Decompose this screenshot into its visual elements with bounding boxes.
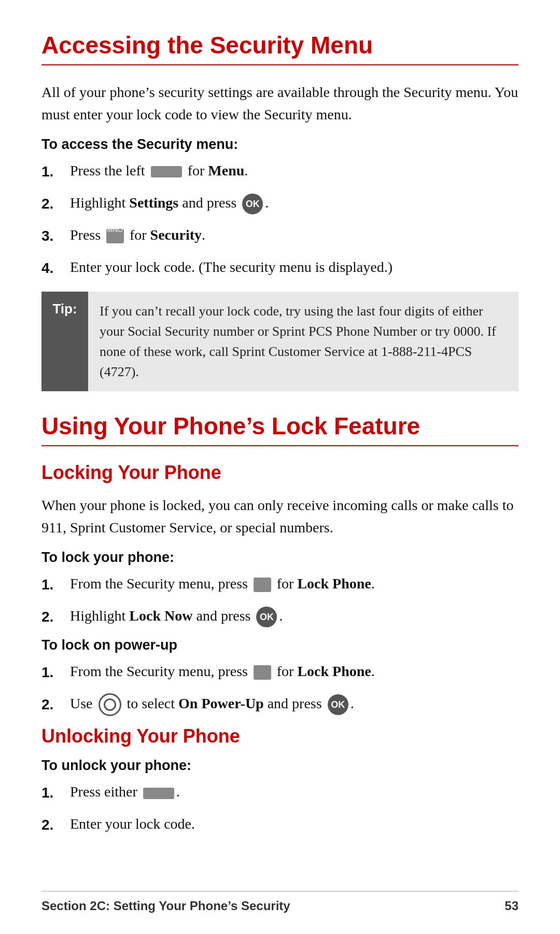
num1-button-icon-lock	[254, 578, 271, 592]
step-number-3: 3.	[41, 224, 70, 247]
subsection-title-unlocking: Unlocking Your Phone	[41, 725, 519, 747]
step-content-lock-2: Highlight Lock Now and press OK.	[70, 605, 519, 628]
nav-icon-powerup	[99, 693, 121, 716]
tip-label: Tip:	[41, 292, 88, 391]
instruction-label-lock: To lock your phone:	[41, 550, 519, 566]
step-content-1: Press the left for Menu.	[70, 160, 519, 182]
footer-right: 53	[505, 899, 519, 913]
section-title-accessing: Accessing the Security Menu	[41, 31, 519, 59]
instruction-label-access: To access the Security menu:	[41, 136, 519, 153]
step-unlock-2: 2. Enter your lock code.	[41, 813, 519, 836]
soft-button-icon	[151, 166, 182, 177]
step-content-powerup-2: Use to select On Power-Up and press OK.	[70, 693, 519, 717]
steps-list-lock: 1. From the Security menu, press for Loc…	[41, 573, 519, 628]
step-access-4: 4. Enter your lock code. (The security m…	[41, 256, 519, 279]
section-accessing-security-menu: Accessing the Security Menu All of your …	[41, 31, 519, 391]
steps-list-access: 1. Press the left for Menu. 2. Highlight…	[41, 160, 519, 279]
step-content-2: Highlight Settings and press OK.	[70, 192, 519, 215]
intro-text: All of your phone’s security settings ar…	[41, 81, 519, 126]
step-content-lock-1: From the Security menu, press for Lock P…	[70, 573, 519, 595]
step-unlock-1: 1. Press either .	[41, 781, 519, 804]
step-number-1: 1.	[41, 160, 70, 183]
tip-content: If you can’t recall your lock code, try …	[88, 292, 519, 391]
section-divider-accessing	[41, 64, 519, 65]
step-number-4: 4.	[41, 256, 70, 279]
step-powerup-2: 2. Use to select On Power-Up and press O…	[41, 693, 519, 717]
locking-body-text: When your phone is locked, you can only …	[41, 494, 519, 539]
subsection-unlocking: Unlocking Your Phone To unlock your phon…	[41, 725, 519, 836]
step-access-3: 3. Press MNO for Security.	[41, 224, 519, 247]
page-footer: Section 2C: Setting Your Phone’s Securit…	[41, 891, 519, 913]
section-title-lock: Using Your Phone’s Lock Feature	[41, 412, 519, 440]
footer-left: Section 2C: Setting Your Phone’s Securit…	[41, 899, 290, 913]
step-number-unlock-2: 2.	[41, 813, 70, 836]
tip-box: Tip: If you can’t recall your lock code,…	[41, 292, 519, 391]
step-access-2: 2. Highlight Settings and press OK.	[41, 192, 519, 215]
step-number-powerup-2: 2.	[41, 693, 70, 716]
step-content-unlock-2: Enter your lock code.	[70, 813, 519, 835]
subsection-title-locking: Locking Your Phone	[41, 462, 519, 484]
step-number-lock-2: 2.	[41, 605, 70, 628]
ok-button-icon: OK	[242, 194, 263, 214]
step-content-unlock-1: Press either .	[70, 781, 519, 803]
num6-button-icon: MNO	[106, 229, 124, 243]
step-number-2: 2.	[41, 192, 70, 215]
steps-list-powerup: 1. From the Security menu, press for Loc…	[41, 661, 519, 717]
step-content-4: Enter your lock code. (The security menu…	[70, 256, 519, 278]
step-content-3: Press MNO for Security.	[70, 224, 519, 246]
instruction-label-unlock: To unlock your phone:	[41, 758, 519, 774]
step-access-1: 1. Press the left for Menu.	[41, 160, 519, 183]
step-lock-2: 2. Highlight Lock Now and press OK.	[41, 605, 519, 628]
step-powerup-1: 1. From the Security menu, press for Loc…	[41, 661, 519, 683]
section-lock-feature: Using Your Phone’s Lock Feature Locking …	[41, 412, 519, 836]
soft-btn-unlock	[143, 788, 174, 799]
step-number-powerup-1: 1.	[41, 661, 70, 683]
instruction-label-powerup: To lock on power-up	[41, 637, 519, 653]
section-divider-lock	[41, 445, 519, 446]
subsection-locking: Locking Your Phone When your phone is lo…	[41, 462, 519, 716]
step-number-lock-1: 1.	[41, 573, 70, 596]
step-lock-1: 1. From the Security menu, press for Loc…	[41, 573, 519, 596]
ok-button-icon-powerup: OK	[328, 694, 348, 715]
step-content-powerup-1: From the Security menu, press for Lock P…	[70, 661, 519, 682]
steps-list-unlock: 1. Press either . 2. Enter your lock cod…	[41, 781, 519, 836]
step-number-unlock-1: 1.	[41, 781, 70, 804]
num1-button-icon-powerup	[254, 665, 271, 680]
ok-button-icon-lock: OK	[256, 607, 277, 627]
